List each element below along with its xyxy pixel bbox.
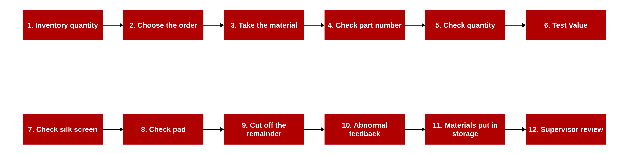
box12[interactable]: 12. Supervisor review [526, 114, 606, 144]
box7[interactable]: 7. Check silk screen [23, 114, 103, 144]
arrow8 [204, 128, 224, 131]
arrow2 [204, 24, 224, 27]
arrow11 [505, 128, 526, 131]
row2: 7. Check silk screen 8. Check pad 9. Cut… [23, 114, 606, 144]
arrow9 [304, 128, 324, 131]
arrow1 [103, 24, 123, 27]
diagram-container: 1. Inventory quantity 2. Choose the orde… [0, 0, 644, 154]
arrow10 [405, 128, 425, 131]
arrow5 [505, 24, 526, 27]
box11[interactable]: 11. Materials put in storage [425, 114, 505, 144]
row2-start-arrow [23, 128, 23, 128]
arrow3 [304, 24, 324, 27]
row1: 1. Inventory quantity 2. Choose the orde… [23, 10, 606, 40]
box5[interactable]: 5. Check quantity [425, 10, 505, 40]
box1[interactable]: 1. Inventory quantity [23, 10, 103, 40]
box2[interactable]: 2. Choose the order [123, 10, 204, 40]
box9[interactable]: 9. Cut off the remainder [224, 114, 304, 144]
arrow7 [103, 128, 123, 131]
box8[interactable]: 8. Check pad [123, 114, 204, 144]
box4[interactable]: 4. Check part number [324, 10, 405, 40]
arrow4 [405, 24, 425, 27]
box3[interactable]: 3. Take the material [224, 10, 304, 40]
box6[interactable]: 6. Test Value [526, 10, 606, 40]
box10[interactable]: 10. Abnormal feedback [324, 114, 405, 144]
